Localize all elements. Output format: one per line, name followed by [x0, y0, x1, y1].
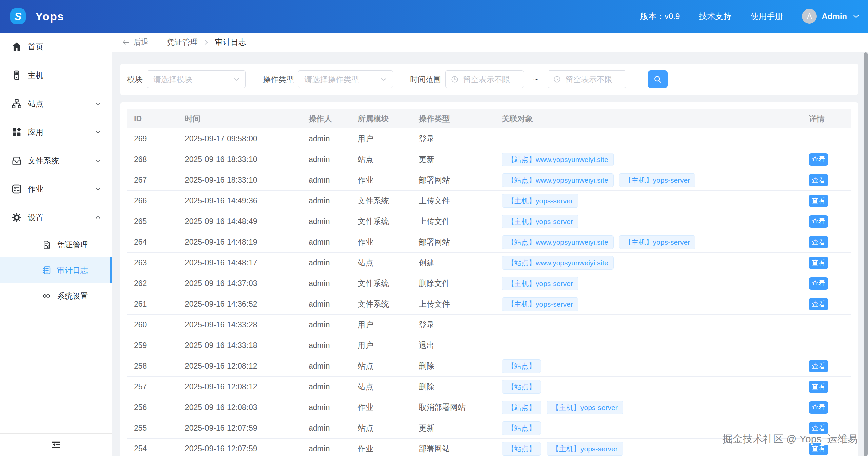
module-select[interactable]: 请选择模块: [147, 70, 246, 88]
table-row: 260 2025-09-16 14:33:28 admin 用户 登录: [127, 314, 851, 335]
cell-module: 作业: [351, 232, 412, 252]
cell-operator: admin: [302, 190, 351, 211]
cell-optype: 上传文件: [412, 294, 495, 314]
relation-tag: 【站点】www.yopsyunweiyi.site: [502, 153, 614, 166]
module-label: 模块: [127, 74, 143, 85]
clock-icon: [553, 75, 561, 84]
cell-id: 259: [127, 335, 178, 356]
table-row: 266 2025-09-16 14:49:36 admin 文件系统 上传文件 …: [127, 190, 851, 211]
cell-time: 2025-09-16 14:33:18: [178, 335, 302, 356]
cell-operator: admin: [302, 273, 351, 294]
top-header: S Yops 版本：v0.9 技术支持 使用手册 A Admin: [0, 0, 868, 33]
cell-module: 文件系统: [351, 294, 412, 314]
cell-relations: [495, 335, 807, 356]
sidebar-item-apps[interactable]: 应用: [0, 118, 112, 146]
view-detail-button[interactable]: 查看: [809, 360, 828, 372]
sidebar-item-credentials[interactable]: 凭证管理: [0, 232, 112, 257]
cell-operator: admin: [302, 418, 351, 438]
back-button[interactable]: 后退: [122, 37, 149, 47]
table-row: 267 2025-09-16 18:33:10 admin 作业 部署网站 【站…: [127, 170, 851, 190]
cell-optype: 上传文件: [412, 190, 495, 211]
divider: [158, 38, 158, 47]
cell-optype: 退出: [412, 335, 495, 356]
chevron-down-icon: [94, 157, 102, 165]
cell-module: 作业: [351, 397, 412, 418]
cell-operator: admin: [302, 397, 351, 418]
header-right: 版本：v0.9 技术支持 使用手册 A Admin: [640, 9, 861, 24]
cell-module: 站点: [351, 356, 412, 376]
view-detail-button[interactable]: 查看: [809, 174, 828, 186]
cell-detail: [807, 335, 851, 356]
sidebar-item-sites[interactable]: 站点: [0, 89, 112, 118]
view-detail-button[interactable]: 查看: [809, 277, 828, 290]
view-detail-button[interactable]: 查看: [809, 298, 828, 310]
col-optype: 操作类型: [412, 109, 495, 128]
sidebar-item-settings[interactable]: 设置: [0, 203, 112, 232]
cell-time: 2025-09-16 12:08:12: [178, 356, 302, 376]
cell-id: 256: [127, 397, 178, 418]
support-link[interactable]: 技术支持: [699, 11, 731, 22]
relation-tag: 【站点】www.yopsyunweiyi.site: [502, 235, 614, 249]
view-detail-button[interactable]: 查看: [809, 195, 828, 207]
view-detail-button[interactable]: 查看: [809, 381, 828, 393]
time-end-input[interactable]: 留空表示不限: [548, 70, 626, 88]
sidebar-item-hosts[interactable]: 主机: [0, 61, 112, 89]
view-detail-button[interactable]: 查看: [809, 236, 828, 248]
optype-label: 操作类型: [263, 74, 294, 85]
tilde-separator: ~: [533, 75, 538, 84]
cell-module: 作业: [351, 170, 412, 190]
sidebar-item-audit-log[interactable]: 审计日志: [0, 257, 112, 283]
search-icon: [653, 75, 663, 84]
table-row: 256 2025-09-16 12:08:03 admin 作业 取消部署网站 …: [127, 397, 851, 418]
menu-fold-icon[interactable]: [50, 439, 62, 451]
chevron-down-icon: [94, 100, 102, 108]
table-row: 269 2025-09-17 09:58:00 admin 用户 登录: [127, 128, 851, 149]
view-detail-button[interactable]: 查看: [809, 401, 828, 414]
cell-optype: 登录: [412, 128, 495, 149]
logo-letter: S: [14, 10, 21, 23]
sidebar-item-filesystem[interactable]: 文件系统: [0, 146, 112, 175]
view-detail-button[interactable]: 查看: [809, 153, 828, 166]
user-menu[interactable]: A Admin: [802, 9, 861, 24]
sidebar-item-jobs[interactable]: 作业: [0, 175, 112, 203]
cell-module: 站点: [351, 252, 412, 273]
cell-module: 作业: [351, 438, 412, 456]
relation-tag: 【主机】yops-server: [502, 297, 578, 311]
optype-select[interactable]: 请选择操作类型: [298, 70, 393, 88]
cell-detail: 查看: [807, 397, 851, 418]
view-detail-button[interactable]: 查看: [809, 215, 828, 228]
cell-relations: [495, 128, 807, 149]
relation-tag: 【站点】www.yopsyunweiyi.site: [502, 256, 614, 270]
audit-table-body: 269 2025-09-17 09:58:00 admin 用户 登录 268 …: [127, 128, 851, 456]
table-row: 257 2025-09-16 12:08:12 admin 站点 删除 【站点】…: [127, 376, 851, 397]
breadcrumb-parent[interactable]: 凭证管理: [167, 37, 198, 47]
cell-time: 2025-09-16 14:49:36: [178, 190, 302, 211]
cell-detail: 查看: [807, 149, 851, 170]
relation-tag: 【主机】yops-server: [502, 194, 578, 208]
chevron-right-icon: [203, 39, 210, 46]
cell-module: 站点: [351, 418, 412, 438]
cell-optype: 部署网站: [412, 232, 495, 252]
cell-relations: 【主机】yops-server: [495, 273, 807, 294]
view-detail-button[interactable]: 查看: [809, 257, 828, 269]
manual-link[interactable]: 使用手册: [750, 11, 783, 22]
cell-relations: 【站点】: [495, 356, 807, 376]
audit-log-table: ID 时间 操作人 所属模块 操作类型 关联对象 详情 269 2025-09-…: [127, 109, 851, 456]
cell-operator: admin: [302, 335, 351, 356]
yops-logo-icon: S: [10, 8, 26, 24]
cell-operator: admin: [302, 170, 351, 190]
cell-time: 2025-09-16 12:08:12: [178, 376, 302, 397]
cell-id: 255: [127, 418, 178, 438]
cell-id: 267: [127, 170, 178, 190]
sidebar-item-home[interactable]: 首页: [0, 33, 112, 61]
search-button[interactable]: [648, 70, 668, 88]
cell-optype: 部署网站: [412, 170, 495, 190]
scrollbar-thumb[interactable]: [864, 52, 868, 456]
cell-relations: 【站点】www.yopsyunweiyi.site: [495, 149, 807, 170]
cell-id: 263: [127, 252, 178, 273]
version-label: 版本：v0.9: [640, 11, 680, 22]
col-id: ID: [127, 109, 178, 128]
table-row: 259 2025-09-16 14:33:18 admin 用户 退出: [127, 335, 851, 356]
time-start-input[interactable]: 留空表示不限: [445, 70, 524, 88]
sidebar-item-system-settings[interactable]: 系统设置: [0, 283, 112, 309]
